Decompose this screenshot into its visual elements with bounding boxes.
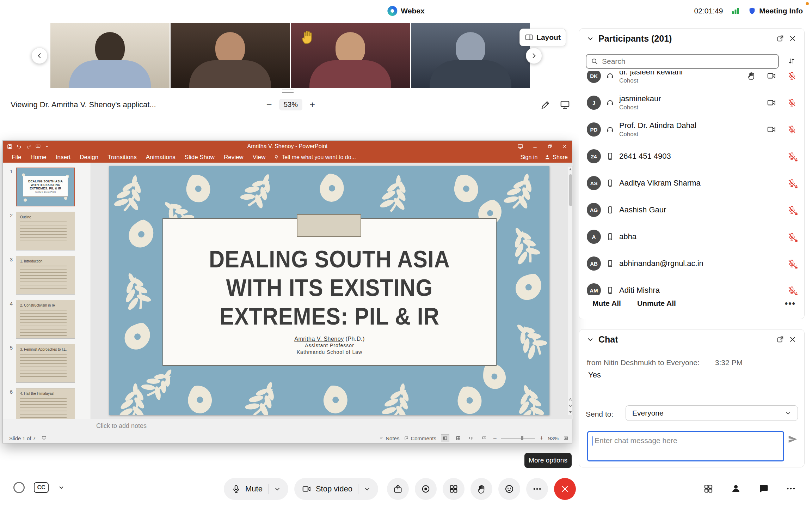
muted-mic-icon[interactable] xyxy=(787,71,796,80)
reactions-button[interactable] xyxy=(498,478,520,500)
save-icon[interactable] xyxy=(7,144,12,149)
record-button[interactable] xyxy=(415,478,437,500)
ppt-menu-tab[interactable]: File xyxy=(7,152,26,163)
tell-me-box[interactable]: Tell me what you want to do... xyxy=(273,154,356,161)
participant-row[interactable]: PD Prof. Dr. Atindra Dahal Cohost xyxy=(579,116,804,143)
participant-row[interactable]: AM Aditi Mishra xyxy=(579,277,804,295)
participant-row[interactable]: A abha xyxy=(579,223,804,250)
popout-participants-icon[interactable] xyxy=(776,35,784,42)
muted-mic-icon[interactable] xyxy=(787,98,796,107)
muted-mic-icon[interactable] xyxy=(787,125,796,134)
slide-scrollbar[interactable] xyxy=(568,166,573,415)
participants-toggle-button[interactable] xyxy=(731,483,741,494)
current-slide[interactable]: DEALING SOUTH ASIA WITH ITS EXISTING EXT… xyxy=(109,166,549,415)
more-panels-button[interactable] xyxy=(786,483,796,494)
muted-mic-icon[interactable] xyxy=(787,259,796,268)
slide-thumbnail[interactable]: 1 DEALING SOUTH ASIAWITH ITS EXISTINGEXT… xyxy=(7,168,91,206)
stop-video-button[interactable]: Stop video xyxy=(294,478,378,500)
layout-button[interactable]: Layout xyxy=(519,29,566,46)
zoom-slider-thumb[interactable] xyxy=(521,436,523,440)
closed-captions-button[interactable]: CC xyxy=(34,482,49,493)
panel-drag-handle[interactable] xyxy=(282,90,294,95)
slide-title-panel[interactable]: DEALING SOUTH ASIA WITH ITS EXISTING EXT… xyxy=(162,218,497,366)
camera-icon[interactable] xyxy=(767,125,776,134)
slide-thumbnail[interactable]: 4 2. Constructivism in IR xyxy=(7,300,91,339)
camera-icon[interactable] xyxy=(767,71,776,80)
zoom-out-button[interactable]: − xyxy=(264,99,274,110)
zoom-slider[interactable] xyxy=(501,438,535,439)
filmstrip-next-button[interactable] xyxy=(526,48,542,64)
chat-message-input[interactable]: Enter chat message here xyxy=(587,431,784,461)
notes-toggle[interactable]: Notes xyxy=(379,435,399,441)
muted-mic-icon[interactable] xyxy=(787,205,796,214)
ppt-menu-tab[interactable]: Home xyxy=(26,152,51,163)
participant-video-2[interactable] xyxy=(171,23,290,88)
close-participants-icon[interactable] xyxy=(789,35,796,42)
participant-row[interactable]: DK dr. jasleen kewlani Cohost xyxy=(579,71,804,89)
participants-more-button[interactable]: ••• xyxy=(785,298,796,308)
muted-mic-icon[interactable] xyxy=(787,286,796,295)
annotate-icon[interactable] xyxy=(540,99,551,110)
presenter-display-icon[interactable] xyxy=(513,141,528,152)
scroll-down-icon[interactable] xyxy=(569,411,572,413)
mute-button[interactable]: Mute xyxy=(224,478,288,500)
participant-row[interactable]: J jasminekaur Cohost xyxy=(579,89,804,116)
sign-in-link[interactable]: Sign in xyxy=(520,154,537,161)
slide-thumbnail[interactable]: 5 3. Feminist Approaches to I.L. xyxy=(7,344,91,383)
comments-toggle[interactable]: Comments xyxy=(404,435,436,441)
mute-all-button[interactable]: Mute All xyxy=(592,299,621,308)
grid-layout-button[interactable] xyxy=(703,483,714,494)
scrollbar-thumb[interactable] xyxy=(569,174,572,206)
ppt-menu-tab[interactable]: Animations xyxy=(141,152,180,163)
collapse-chat-icon[interactable] xyxy=(587,336,594,343)
camera-icon[interactable] xyxy=(767,98,776,107)
slide-thumbnail[interactable]: 2 Outline xyxy=(7,212,91,250)
participant-video-3[interactable] xyxy=(291,23,410,88)
notes-pane[interactable]: Click to add notes xyxy=(3,419,572,433)
display-settings-icon[interactable] xyxy=(41,436,47,441)
undo-icon[interactable] xyxy=(16,144,22,149)
ppt-menu-tab[interactable]: Review xyxy=(219,152,248,163)
send-to-dropdown[interactable]: Everyone xyxy=(626,405,798,421)
zoom-out-button[interactable]: − xyxy=(493,435,497,442)
search-input[interactable] xyxy=(602,57,774,66)
normal-view-button[interactable] xyxy=(441,434,449,442)
redo-icon[interactable] xyxy=(26,144,31,149)
prev-slide-icon[interactable] xyxy=(569,398,572,401)
captions-expand-icon[interactable] xyxy=(58,484,65,491)
zoom-in-button[interactable]: + xyxy=(540,435,543,442)
participant-row[interactable]: 24 2641 451 4903 xyxy=(579,143,804,170)
zoom-in-button[interactable]: + xyxy=(307,99,317,110)
meeting-info-button[interactable]: Meeting Info xyxy=(748,7,803,15)
apps-button[interactable] xyxy=(443,478,465,500)
slide-thumbnail[interactable]: 3 1. Introduction xyxy=(7,256,91,295)
sort-participants-icon[interactable] xyxy=(787,57,796,65)
muted-mic-icon[interactable] xyxy=(787,179,796,188)
participant-video-1[interactable] xyxy=(50,23,170,88)
customize-qat-icon[interactable] xyxy=(45,144,49,149)
ppt-share-button[interactable]: Share xyxy=(545,154,568,161)
participants-search-box[interactable] xyxy=(586,54,779,69)
share-screen-button[interactable] xyxy=(387,478,409,500)
unmute-all-button[interactable]: Unmute All xyxy=(637,299,676,308)
ppt-title-bar[interactable]: Amritha V. Shenoy - PowerPoint xyxy=(3,141,572,152)
fullscreen-share-icon[interactable] xyxy=(560,99,570,110)
leave-meeting-button[interactable] xyxy=(554,478,576,500)
send-message-icon[interactable] xyxy=(787,434,798,445)
filmstrip-prev-button[interactable] xyxy=(31,48,48,64)
ppt-menu-tab[interactable]: Insert xyxy=(51,152,75,163)
slideshow-view-button[interactable] xyxy=(480,434,488,442)
close-window-button[interactable] xyxy=(557,141,572,152)
more-options-button[interactable] xyxy=(526,478,548,500)
popout-chat-icon[interactable] xyxy=(776,335,784,343)
close-chat-icon[interactable] xyxy=(789,335,796,343)
collapse-participants-icon[interactable] xyxy=(587,35,594,42)
assistant-ring-icon[interactable] xyxy=(13,482,25,493)
next-slide-icon[interactable] xyxy=(569,405,572,407)
slide-sorter-view-button[interactable] xyxy=(454,434,462,442)
participant-row[interactable]: AS Aaditya Vikram Sharma xyxy=(579,170,804,196)
participant-row[interactable]: AG Aashish Gaur xyxy=(579,196,804,223)
ppt-menu-tab[interactable]: Design xyxy=(75,152,103,163)
start-slideshow-icon[interactable] xyxy=(35,144,41,149)
scroll-up-icon[interactable] xyxy=(569,168,572,170)
